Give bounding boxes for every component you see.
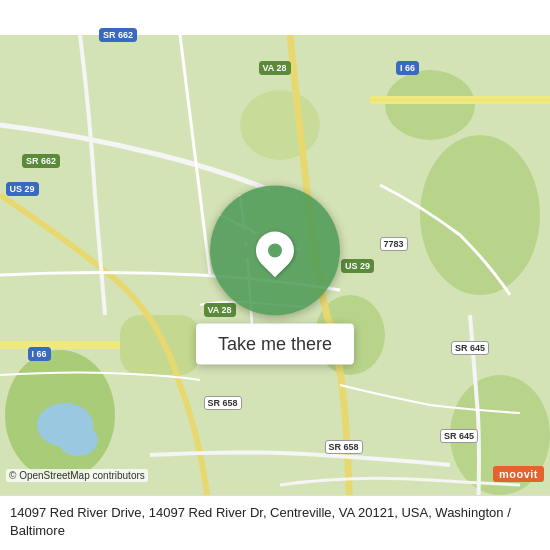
location-pin — [256, 232, 294, 270]
road-label-sr662-top: SR 662 — [99, 28, 137, 42]
road-label-us29-left: US 29 — [6, 182, 39, 196]
svg-point-1 — [420, 135, 540, 295]
road-label-sr658b: SR 658 — [325, 440, 363, 454]
road-label-va28-top: VA 28 — [259, 61, 291, 75]
road-label-i66-top: I 66 — [396, 61, 419, 75]
bottom-address-bar: 14097 Red River Drive, 14097 Red River D… — [0, 495, 550, 550]
road-label-sr662-mid: SR 662 — [22, 154, 60, 168]
svg-point-4 — [240, 90, 320, 160]
svg-point-7 — [385, 70, 475, 140]
moovit-logo: moovit — [493, 466, 544, 482]
road-label-7783: 7783 — [380, 237, 408, 251]
map-container: SR 662 VA 28 I 66 SR 662 US 29 VA 28 I 6… — [0, 0, 550, 550]
svg-rect-6 — [120, 315, 200, 375]
road-label-sr645: SR 645 — [451, 341, 489, 355]
address-text: 14097 Red River Drive, 14097 Red River D… — [10, 504, 540, 540]
road-label-i66-bottom: I 66 — [28, 347, 51, 361]
road-label-sr645b: SR 645 — [440, 429, 478, 443]
pin-inner — [268, 244, 282, 258]
map-center-overlay: Take me there — [196, 186, 354, 365]
location-circle — [210, 186, 340, 316]
svg-point-9 — [58, 424, 98, 456]
osm-attribution: © OpenStreetMap contributors — [6, 469, 148, 482]
road-label-sr658: SR 658 — [204, 396, 242, 410]
take-me-there-button[interactable]: Take me there — [196, 324, 354, 365]
pin-head — [248, 224, 302, 278]
